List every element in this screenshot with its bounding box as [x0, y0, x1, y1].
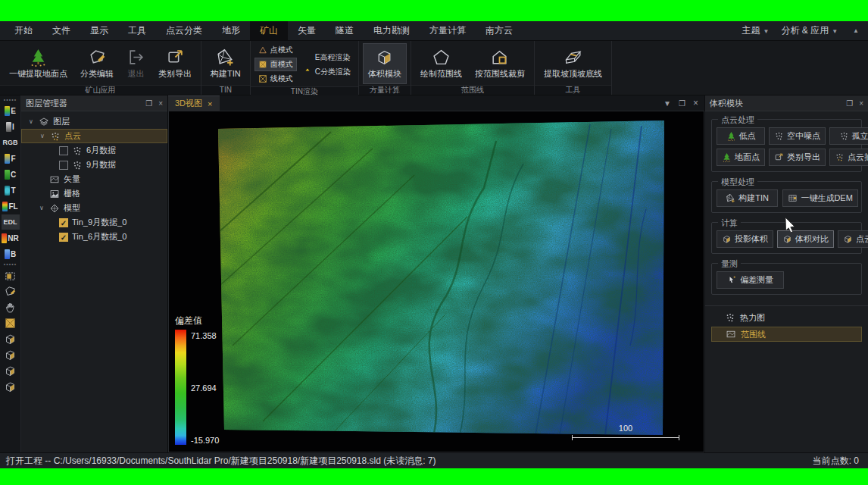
- point-mode-button[interactable]: 点模式: [254, 43, 297, 57]
- caret-down-icon[interactable]: ∨: [39, 133, 46, 139]
- float-view-icon[interactable]: ❐: [679, 99, 685, 108]
- clip-cube-5-button[interactable]: [2, 379, 20, 394]
- isolated-points-button[interactable]: 孤立点: [829, 127, 868, 145]
- caret-down-icon[interactable]: ∨: [38, 205, 45, 211]
- tree-node-model[interactable]: ∨ 模型: [21, 201, 167, 215]
- blend-chip-icon: [5, 154, 10, 164]
- generate-dem-button[interactable]: 一键生成DEM: [782, 189, 857, 207]
- deviation-measure-button[interactable]: 偏差测量: [717, 271, 784, 289]
- menu-item-file[interactable]: 文件: [42, 21, 80, 40]
- menu-item-mine[interactable]: 矿山: [250, 21, 288, 40]
- analysis-apps-dropdown[interactable]: 分析 & 应用▼: [781, 24, 838, 37]
- polygon-pencil-icon: [88, 48, 107, 67]
- menu-item-terrain[interactable]: 地形: [212, 21, 250, 40]
- close-tab-icon[interactable]: ×: [208, 99, 212, 108]
- viewport-3d[interactable]: 偏差值 71.358 27.694 -15.970 100: [168, 111, 704, 452]
- classify-edit-button[interactable]: 分类编辑: [75, 43, 119, 84]
- low-points-button[interactable]: 低点: [717, 127, 765, 145]
- build-tin-button[interactable]: 构建TIN: [717, 189, 778, 207]
- tree-node-raster[interactable]: 栅格: [21, 186, 167, 201]
- layer-manager-header: 图层管理器 ❐ ×: [21, 95, 167, 111]
- tree-node-vector[interactable]: 矢量: [21, 172, 167, 186]
- extract-slope-lines-button[interactable]: 提取坡顶坡底线: [539, 43, 607, 84]
- render-intensity-button[interactable]: I: [2, 119, 20, 134]
- air-noise-button[interactable]: 空中噪点: [769, 127, 826, 145]
- render-rgb-button[interactable]: RGB: [2, 135, 20, 150]
- float-panel-button[interactable]: ❐: [846, 99, 853, 108]
- render-b-button[interactable]: B: [2, 246, 20, 261]
- clip-cube-1-button[interactable]: [2, 315, 20, 330]
- theme-dropdown[interactable]: 主题▼: [742, 24, 770, 37]
- render-edl-button[interactable]: EDL: [2, 214, 20, 230]
- checkbox-unchecked[interactable]: [59, 146, 68, 155]
- pin-ribbon-icon[interactable]: ▲: [853, 27, 859, 34]
- ribbon-group-range-line: 绘制范围线 按范围线裁剪 范围线: [411, 41, 535, 95]
- dots-gold-icon: [835, 152, 845, 162]
- select-polygon-button[interactable]: [2, 283, 20, 299]
- caret-down-icon[interactable]: ∨: [27, 118, 35, 125]
- tree-node-tin-june[interactable]: ✓ Tin_6月数据_0: [21, 230, 167, 244]
- pointcloud-compare-button[interactable]: 点云对比: [838, 230, 868, 248]
- crossed-square-icon: [258, 74, 267, 83]
- tree-icon: [29, 48, 48, 67]
- section-pointcloud-processing: 点云处理 低点 空中噪点 孤立点 地面点 类别导出 点云抽稀: [711, 119, 862, 172]
- elevation-render-button[interactable]: E高程渲染: [299, 51, 354, 64]
- render-blend-button[interactable]: F: [2, 151, 20, 166]
- volume-module-button[interactable]: 体积模块: [363, 43, 407, 84]
- terrain-pointcloud-render: [217, 118, 667, 437]
- select-rect-button[interactable]: [2, 268, 20, 283]
- render-class-button[interactable]: C: [2, 167, 20, 182]
- capture-chroma-strip-top: [0, 0, 868, 21]
- close-panel-button[interactable]: ×: [158, 99, 163, 108]
- menu-item-tunnel[interactable]: 隧道: [326, 21, 364, 40]
- menu-item-start[interactable]: 开始: [5, 21, 42, 40]
- line-mode-button[interactable]: 线模式: [254, 72, 297, 86]
- tree-node-june-data[interactable]: 6月数据: [21, 143, 167, 158]
- menu-item-pointcloud-classify[interactable]: 点云分类: [156, 21, 212, 40]
- result-item-heatmap[interactable]: 热力图: [711, 310, 862, 325]
- draw-range-line-button[interactable]: 绘制范围线: [415, 43, 467, 84]
- classification-render-button[interactable]: C分类渲染: [299, 65, 354, 79]
- build-tin-button[interactable]: 构建TIN: [205, 43, 246, 84]
- render-fl-button[interactable]: FL: [2, 199, 20, 214]
- face-mode-button[interactable]: 面模式: [254, 58, 297, 71]
- tree-node-sept-data[interactable]: 9月数据: [21, 158, 167, 172]
- clip-cube-4-button[interactable]: [2, 363, 20, 378]
- menu-item-tools[interactable]: 工具: [118, 21, 156, 40]
- float-panel-button[interactable]: ❐: [145, 99, 152, 108]
- render-nr-button[interactable]: NR: [2, 230, 20, 246]
- extract-ground-points-button[interactable]: 一键提取地面点: [4, 43, 73, 84]
- panel-title: 体积模块: [710, 98, 743, 109]
- export-class-button[interactable]: 类别导出: [769, 149, 826, 166]
- close-panel-button[interactable]: ×: [859, 99, 863, 108]
- menu-item-volume-calc[interactable]: 方量计算: [420, 21, 476, 40]
- tree-node-pointcloud[interactable]: ∨ 点云: [21, 129, 167, 143]
- tab-3d-view[interactable]: 3D视图 ×: [168, 95, 220, 111]
- result-item-range-line[interactable]: 范围线: [711, 327, 862, 342]
- checkbox-checked[interactable]: ✓: [59, 218, 68, 227]
- ground-points-button[interactable]: 地面点: [717, 149, 765, 166]
- close-view-icon[interactable]: ×: [693, 98, 698, 108]
- volume-compare-button[interactable]: 体积对比: [777, 230, 834, 248]
- render-time-button[interactable]: T: [2, 183, 20, 198]
- thin-pointcloud-button[interactable]: 点云抽稀: [829, 149, 868, 166]
- clip-cube-3-button[interactable]: [2, 347, 20, 362]
- clip-cube-icon: [4, 317, 17, 330]
- tin-mesh-icon: [726, 193, 735, 203]
- checkbox-unchecked[interactable]: [59, 161, 68, 170]
- menu-item-vector[interactable]: 矢量: [288, 21, 326, 40]
- pan-button[interactable]: [2, 299, 20, 314]
- range-rect-icon: [726, 329, 736, 340]
- menu-item-display[interactable]: 显示: [80, 21, 118, 40]
- clip-cube-2-button[interactable]: [2, 331, 20, 346]
- tree-node-tin-sept[interactable]: ✓ Tin_9月数据_0: [21, 215, 167, 230]
- menu-item-power-survey[interactable]: 电力勘测: [364, 21, 420, 40]
- projected-volume-button[interactable]: 投影体积: [717, 230, 773, 248]
- clip-by-range-line-button[interactable]: 按范围线裁剪: [470, 43, 530, 84]
- render-elevation-button[interactable]: E: [2, 103, 20, 118]
- tab-list-dropdown-icon[interactable]: ▼: [663, 99, 671, 108]
- menu-item-south-cloud[interactable]: 南方云: [476, 21, 523, 40]
- export-class-button[interactable]: 类别导出: [153, 43, 197, 84]
- tree-node-layers[interactable]: ∨ 图层: [21, 114, 167, 129]
- checkbox-checked[interactable]: ✓: [59, 233, 68, 242]
